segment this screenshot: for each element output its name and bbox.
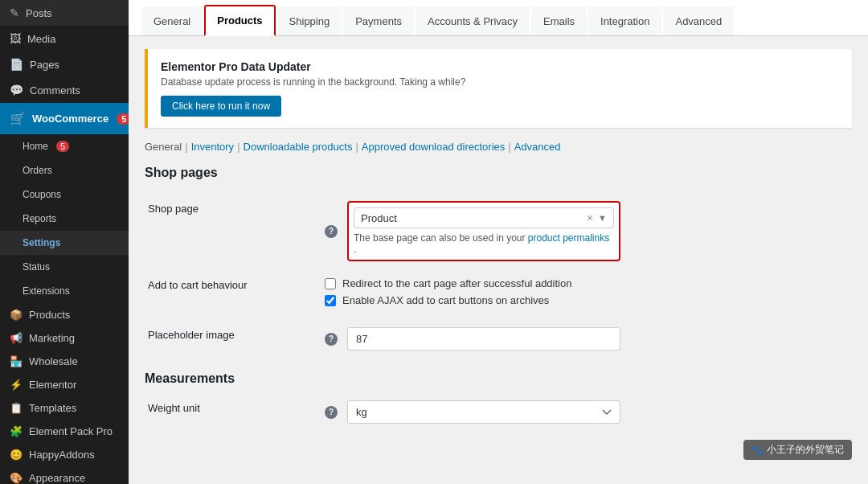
comments-icon: 💬	[10, 84, 23, 96]
tab-products[interactable]: Products	[204, 5, 275, 36]
redirect-checkbox-row: Redirect to the cart page after successf…	[325, 277, 849, 289]
tab-accounts-privacy[interactable]: Accounts & Privacy	[416, 6, 530, 35]
placeholder-image-row: Placeholder image ?	[145, 319, 852, 359]
ajax-checkbox-row: Enable AJAX add to cart buttons on archi…	[325, 294, 849, 306]
happy-addons-icon: 😊	[10, 449, 23, 461]
tab-general[interactable]: General	[141, 6, 203, 35]
sidebar-item-element-pack-pro[interactable]: 🧩 Element Pack Pro	[0, 420, 129, 443]
sidebar-item-extensions[interactable]: Extensions	[0, 279, 129, 303]
page-content: Elementor Pro Data Updater Database upda…	[129, 49, 868, 448]
tab-advanced[interactable]: Advanced	[663, 6, 734, 35]
sidebar-item-status[interactable]: Status	[0, 255, 129, 279]
subnav-inventory[interactable]: Inventory	[191, 141, 234, 153]
sidebar-item-pages[interactable]: 📄 Pages	[0, 51, 129, 77]
sidebar-item-elementor[interactable]: ⚡ Elementor	[0, 373, 129, 396]
tab-emails[interactable]: Emails	[531, 6, 587, 35]
sidebar-item-posts[interactable]: ✎ Posts	[0, 0, 129, 26]
placeholder-help-icon[interactable]: ?	[325, 333, 338, 346]
ajax-checkbox[interactable]	[325, 295, 336, 306]
tab-integration[interactable]: Integration	[588, 6, 661, 35]
weight-unit-row: Weight unit ? kg g lbs oz	[145, 392, 852, 432]
sidebar-item-woocommerce[interactable]: 🛒 WooCommerce 5 ◀	[0, 103, 129, 134]
tab-payments[interactable]: Payments	[343, 6, 414, 35]
shop-page-value: Product	[361, 212, 582, 224]
weight-unit-select[interactable]: kg g lbs oz	[347, 400, 620, 424]
main-content: General Products Shipping Payments Accou…	[129, 0, 868, 484]
sidebar-item-settings[interactable]: Settings	[0, 231, 129, 255]
appearance-icon: 🎨	[10, 472, 23, 484]
woo-badge: 5	[117, 113, 129, 125]
sidebar-item-appearance[interactable]: 🎨 Appearance	[0, 466, 129, 484]
placeholder-image-label: Placeholder image	[148, 329, 235, 341]
shop-page-help-icon[interactable]: ?	[325, 225, 338, 238]
placeholder-image-input[interactable]	[347, 327, 620, 351]
pages-icon: 📄	[10, 58, 23, 71]
woo-icon: 🛒	[10, 111, 26, 126]
product-permalinks-link[interactable]: product permalinks	[528, 232, 609, 244]
sidebar-item-coupons[interactable]: Coupons	[0, 183, 129, 207]
sidebar-item-marketing[interactable]: 📢 Marketing	[0, 326, 129, 350]
templates-icon: 📋	[10, 402, 23, 414]
clear-selection-icon[interactable]: ×	[587, 211, 593, 224]
settings-tabs: General Products Shipping Payments Accou…	[129, 0, 868, 36]
marketing-icon: 📢	[10, 332, 23, 344]
sidebar-item-media[interactable]: 🖼 Media	[0, 26, 129, 51]
sidebar-item-happy-addons[interactable]: 😊 HappyAddons	[0, 443, 129, 466]
sidebar: ✎ Posts 🖼 Media 📄 Pages 💬 Comments 🛒 Woo…	[0, 0, 129, 484]
redirect-checkbox[interactable]	[325, 278, 336, 289]
measurements-title: Measurements	[145, 371, 852, 386]
settings-table: Shop page ? Product × ▼ The base page	[145, 193, 852, 359]
shop-page-row: Shop page ? Product × ▼ The base page	[145, 193, 852, 269]
subnav-advanced[interactable]: Advanced	[514, 141, 561, 153]
subnav-approved-dirs[interactable]: Approved download directories	[362, 141, 506, 153]
weight-unit-help-icon[interactable]: ?	[325, 406, 338, 419]
elementor-icon: ⚡	[10, 379, 23, 391]
dropdown-arrow-icon[interactable]: ▼	[598, 213, 607, 223]
elementor-notice: Elementor Pro Data Updater Database upda…	[145, 49, 852, 128]
shop-page-label: Shop page	[148, 203, 199, 215]
shop-page-select-wrapper: Product × ▼ The base page can also be us…	[347, 201, 620, 261]
subnav-downloadable[interactable]: Downloadable products	[244, 141, 353, 153]
shop-page-select[interactable]: Product × ▼	[354, 207, 614, 228]
wholesale-icon: 🏪	[10, 355, 23, 367]
products-icon: 📦	[10, 309, 23, 321]
notice-title: Elementor Pro Data Updater	[161, 60, 839, 73]
sidebar-item-templates[interactable]: 📋 Templates	[0, 396, 129, 420]
notice-description: Database update process is running in th…	[161, 76, 839, 88]
run-updater-button[interactable]: Click here to run it now	[161, 96, 281, 117]
shop-pages-title: Shop pages	[145, 166, 852, 180]
tab-shipping[interactable]: Shipping	[277, 6, 342, 35]
element-pack-icon: 🧩	[10, 425, 23, 437]
posts-icon: ✎	[10, 6, 19, 19]
weight-unit-label: Weight unit	[148, 402, 200, 414]
ajax-label: Enable AJAX add to cart buttons on archi…	[342, 294, 549, 306]
woocommerce-submenu: Home 5 Orders Coupons Reports Settings S…	[0, 134, 129, 303]
add-to-cart-label: Add to cart behaviour	[148, 279, 248, 291]
media-icon: 🖼	[10, 32, 21, 45]
shop-page-help-text: The base page can also be used in your p…	[354, 232, 614, 255]
measurements-table: Weight unit ? kg g lbs oz	[145, 392, 852, 432]
sidebar-item-reports[interactable]: Reports	[0, 207, 129, 231]
redirect-label: Redirect to the cart page after successf…	[342, 277, 571, 289]
sub-navigation: General | Inventory | Downloadable produ…	[145, 141, 852, 153]
home-badge: 5	[56, 141, 69, 152]
add-to-cart-row: Add to cart behaviour Redirect to the ca…	[145, 269, 852, 319]
sidebar-item-orders[interactable]: Orders	[0, 158, 129, 183]
sidebar-item-wholesale[interactable]: 🏪 Wholesale	[0, 350, 129, 373]
sidebar-item-products[interactable]: 📦 Products	[0, 303, 129, 326]
sidebar-item-comments[interactable]: 💬 Comments	[0, 77, 129, 103]
sidebar-item-home[interactable]: Home 5	[0, 134, 129, 158]
subnav-general: General	[145, 141, 182, 153]
